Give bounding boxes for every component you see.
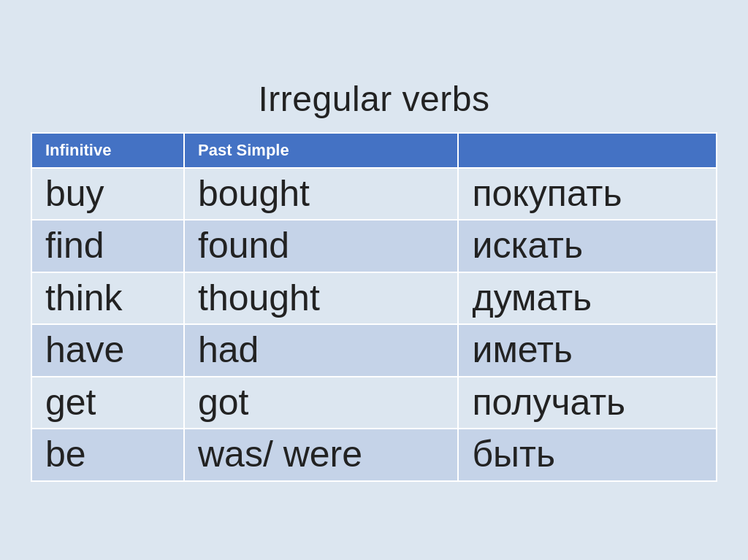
table-row: bewas/ wereбыть xyxy=(31,429,717,481)
cell-r1-c0: find xyxy=(31,220,184,272)
table-wrapper: Infinitive Past Simple buyboughtпокупать… xyxy=(31,132,717,482)
cell-r5-c1: was/ were xyxy=(184,429,458,481)
table-header-row: Infinitive Past Simple xyxy=(31,133,717,168)
header-infinitive: Infinitive xyxy=(31,133,184,168)
cell-r1-c1: found xyxy=(184,220,458,272)
header-translation xyxy=(458,133,717,168)
cell-r3-c2: иметь xyxy=(458,324,717,377)
page-title: Irregular verbs xyxy=(259,79,490,119)
cell-r1-c2: искать xyxy=(458,220,717,272)
cell-r0-c1: bought xyxy=(184,168,458,220)
cell-r3-c0: have xyxy=(31,324,184,377)
header-past-simple: Past Simple xyxy=(184,133,458,168)
cell-r4-c0: get xyxy=(31,377,184,429)
table-row: thinkthoughtдумать xyxy=(31,272,717,325)
irregular-verbs-table: Infinitive Past Simple buyboughtпокупать… xyxy=(31,132,717,482)
cell-r3-c1: had xyxy=(184,324,458,377)
cell-r4-c2: получать xyxy=(458,377,717,429)
table-row: findfoundискать xyxy=(31,220,717,272)
table-row: getgotполучать xyxy=(31,377,717,429)
cell-r2-c2: думать xyxy=(458,272,717,325)
cell-r4-c1: got xyxy=(184,377,458,429)
table-row: buyboughtпокупать xyxy=(31,168,717,220)
cell-r2-c0: think xyxy=(31,272,184,325)
cell-r0-c0: buy xyxy=(31,168,184,220)
cell-r2-c1: thought xyxy=(184,272,458,325)
cell-r5-c0: be xyxy=(31,429,184,481)
cell-r0-c2: покупать xyxy=(458,168,717,220)
table-row: havehadиметь xyxy=(31,324,717,377)
cell-r5-c2: быть xyxy=(458,429,717,481)
